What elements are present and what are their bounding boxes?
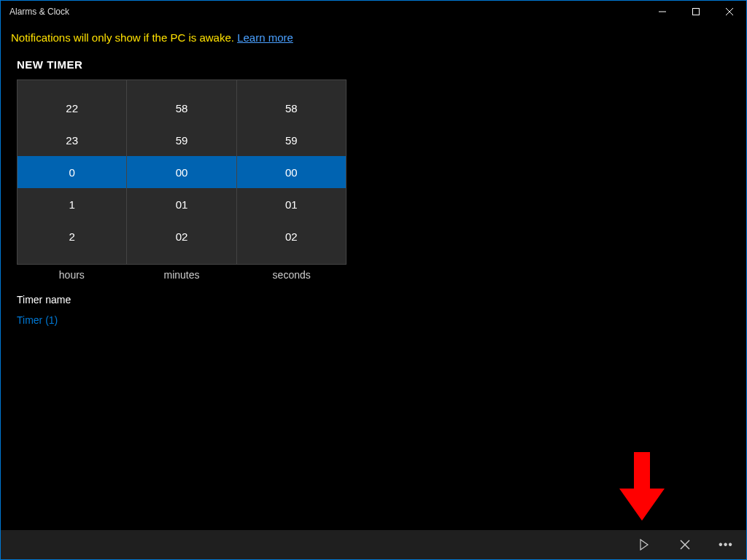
- window-controls: [646, 1, 746, 23]
- picker-item[interactable]: 59: [127, 124, 236, 156]
- timer-name-label: Timer name: [17, 294, 730, 306]
- picker-labels: hours minutes seconds: [17, 269, 347, 281]
- minutes-picker[interactable]: 58 59 00 01 02 03: [127, 80, 236, 264]
- picker-item[interactable]: 01: [237, 188, 346, 220]
- picker-item[interactable]: 02: [127, 220, 236, 252]
- command-bar: •••: [1, 530, 746, 559]
- notification-bar: Notifications will only show if the PC i…: [1, 23, 746, 47]
- picker-item[interactable]: 58: [237, 92, 346, 124]
- picker-item-selected[interactable]: 00: [237, 156, 346, 188]
- picker-item[interactable]: 03: [237, 252, 346, 264]
- cancel-button[interactable]: [665, 530, 705, 559]
- svg-marker-4: [640, 540, 648, 550]
- minimize-button[interactable]: [646, 1, 679, 23]
- annotation-arrow: [616, 452, 667, 528]
- close-icon: [680, 540, 690, 550]
- hours-label: hours: [17, 269, 127, 281]
- picker-item[interactable]: 23: [18, 124, 126, 156]
- timer-name-input[interactable]: Timer (1): [17, 313, 347, 327]
- play-icon: [639, 539, 649, 551]
- title-bar: Alarms & Clock: [1, 1, 746, 23]
- seconds-picker[interactable]: 58 59 00 01 02 03: [237, 80, 346, 264]
- picker-item[interactable]: 1: [18, 188, 126, 220]
- svg-marker-7: [619, 452, 665, 521]
- svg-rect-1: [693, 9, 700, 15]
- picker-item[interactable]: 02: [237, 220, 346, 252]
- seconds-label: seconds: [236, 269, 347, 281]
- section-title: NEW TIMER: [17, 58, 730, 71]
- start-button[interactable]: [624, 530, 665, 559]
- time-picker: 22 23 0 1 2 3 58 59 00 01 02 03 58 59 00: [17, 79, 347, 265]
- picker-item[interactable]: 3: [18, 252, 126, 264]
- minimize-icon: [659, 8, 666, 15]
- picker-item[interactable]: 58: [127, 92, 236, 124]
- notification-text: Notifications will only show if the PC i…: [11, 31, 237, 44]
- arrow-down-icon: [616, 452, 667, 525]
- maximize-icon: [692, 8, 700, 15]
- picker-item[interactable]: 2: [18, 220, 126, 252]
- close-icon: [726, 8, 733, 15]
- picker-item-selected[interactable]: 00: [127, 156, 236, 188]
- more-icon: •••: [719, 538, 733, 551]
- picker-item[interactable]: 22: [18, 92, 126, 124]
- new-timer-panel: NEW TIMER 22 23 0 1 2 3 58 59 00 01 02 0…: [1, 47, 746, 327]
- more-button[interactable]: •••: [705, 530, 746, 559]
- minutes-label: minutes: [127, 269, 237, 281]
- picker-item[interactable]: 01: [127, 188, 236, 220]
- learn-more-link[interactable]: Learn more: [237, 31, 293, 44]
- picker-item[interactable]: 03: [127, 252, 236, 264]
- picker-item[interactable]: 59: [237, 124, 346, 156]
- picker-item-selected[interactable]: 0: [18, 156, 126, 188]
- close-button[interactable]: [713, 1, 746, 23]
- hours-picker[interactable]: 22 23 0 1 2 3: [18, 80, 127, 264]
- maximize-button[interactable]: [679, 1, 713, 23]
- window-title: Alarms & Clock: [1, 7, 646, 17]
